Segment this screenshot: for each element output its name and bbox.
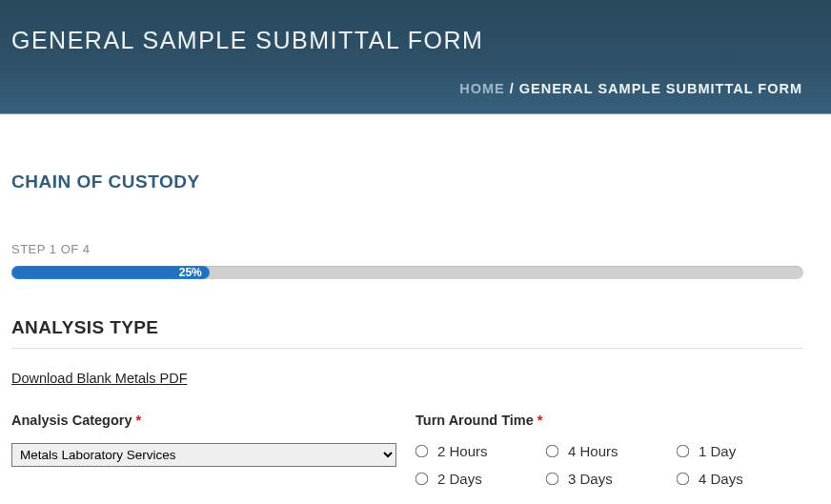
required-asterisk: * [537,413,543,428]
turnaround-option-3-days[interactable]: 3 Days [546,471,673,487]
analysis-category-select[interactable]: Metals Laboratory Services [11,443,396,467]
turnaround-option-label: 2 Hours [437,443,488,459]
progress-fill: 25% [11,266,210,279]
download-blank-pdf-link[interactable]: Download Blank Metals PDF [11,371,188,386]
turnaround-option-label: 4 Hours [568,443,618,459]
turnaround-label: Turn Around Time* [416,413,803,428]
turnaround-option-4-hours[interactable]: 4 Hours [546,443,673,459]
breadcrumb-current: GENERAL SAMPLE SUBMITTAL FORM [519,81,802,96]
turnaround-option-label: 3 Days [568,471,613,487]
step-indicator: STEP 1 OF 4 [11,242,820,256]
progress-percent: 25% [179,266,202,279]
analysis-type-heading: ANALYSIS TYPE [11,317,803,349]
chain-of-custody-heading: CHAIN OF CUSTODY [11,171,820,192]
turnaround-radio[interactable] [546,473,559,486]
turnaround-radio[interactable] [416,445,429,458]
breadcrumb-home-link[interactable]: HOME [459,81,505,96]
turnaround-option-1-day[interactable]: 1 Day [677,443,803,459]
turnaround-option-label: 2 Days [437,471,482,487]
turnaround-option-label: 1 Day [699,443,736,459]
turnaround-field: Turn Around Time* 2 Hours 4 Hours 1 Day [416,413,803,487]
turnaround-label-text: Turn Around Time [416,413,534,428]
turnaround-option-2-days[interactable]: 2 Days [416,471,542,487]
analysis-category-label: Analysis Category* [11,413,406,428]
breadcrumb-sep: / [505,81,519,96]
page-title: GENERAL SAMPLE SUBMITTAL FORM [11,27,814,54]
progress-bar: 25% [11,266,803,279]
analysis-category-label-text: Analysis Category [11,413,132,428]
content-area: CHAIN OF CUSTODY STEP 1 OF 4 25% ANALYSI… [0,114,831,496]
page-banner: GENERAL SAMPLE SUBMITTAL FORM HOME / GEN… [0,0,831,114]
turnaround-radio[interactable] [416,473,429,486]
required-asterisk: * [136,413,142,428]
analysis-category-field: Analysis Category* Metals Laboratory Ser… [11,413,406,487]
turnaround-option-2-hours[interactable]: 2 Hours [416,443,542,459]
turnaround-options: 2 Hours 4 Hours 1 Day 2 Days 3 Days [416,443,803,487]
turnaround-radio[interactable] [677,445,690,458]
turnaround-radio[interactable] [677,473,690,486]
turnaround-option-label: 4 Days [699,471,743,487]
turnaround-option-4-days[interactable]: 4 Days [677,471,803,487]
breadcrumb: HOME / GENERAL SAMPLE SUBMITTAL FORM [11,81,814,96]
turnaround-radio[interactable] [546,445,559,458]
